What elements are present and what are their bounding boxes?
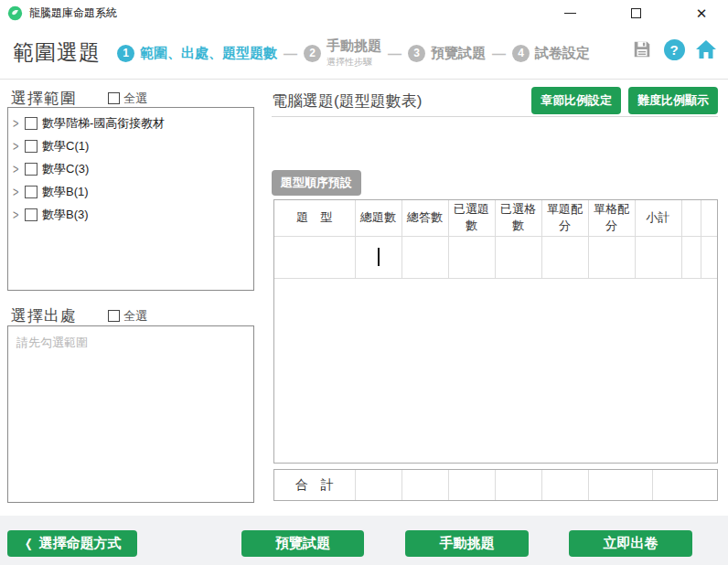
cell-total-questions-input[interactable] — [355, 236, 401, 278]
step-3-number: 3 — [408, 45, 425, 62]
total-cell — [652, 470, 717, 500]
close-icon: ✕ — [696, 6, 708, 20]
step-2-manual-pick[interactable]: 2 手動挑題 選擇性步驟 — [304, 37, 381, 69]
expand-chevron-icon[interactable]: > — [13, 162, 25, 176]
save-button[interactable] — [631, 38, 653, 60]
source-list: 請先勾選範圍 — [7, 325, 254, 503]
expand-chevron-icon[interactable]: > — [13, 185, 25, 199]
step-1-range[interactable]: 1 範圍、出處、題型題數 — [117, 45, 277, 62]
step-4-label: 試卷設定 — [535, 45, 590, 62]
range-select-all-label: 全選 — [123, 91, 147, 107]
tree-item-checkbox[interactable] — [25, 117, 37, 130]
home-button[interactable] — [695, 38, 717, 60]
preview-questions-button[interactable]: 預覽試題 — [241, 530, 364, 557]
step-2-label: 手動挑題 選擇性步驟 — [327, 37, 381, 69]
minimize-button[interactable] — [549, 0, 591, 26]
step-1-label: 範圍、出處、題型題數 — [140, 45, 277, 62]
table-row — [274, 236, 717, 278]
expand-chevron-icon[interactable]: > — [13, 139, 25, 154]
step-2-number: 2 — [304, 45, 321, 62]
chapter-ratio-button[interactable]: 章節比例設定 — [531, 87, 621, 114]
panel-divider — [272, 116, 718, 117]
cell-selected-questions[interactable] — [448, 236, 495, 278]
source-select-all-checkbox[interactable] — [108, 310, 120, 322]
tree-item-checkbox[interactable] — [25, 163, 37, 176]
chevron-left-icon: ❮ — [25, 537, 33, 550]
total-row-table: 合 計 — [273, 469, 718, 501]
manual-pick-button[interactable]: 手動挑題 — [405, 530, 529, 557]
tree-item-math-c1[interactable]: > 數學C(1) — [8, 134, 253, 157]
window-title: 龍騰題庫命題系統 — [29, 5, 117, 21]
difficulty-ratio-button[interactable]: 難度比例顯示 — [628, 87, 718, 114]
app-window: 龍騰題庫命題系統 ✕ 範圍選題 1 範圍、出處、題型題數 — 2 手動挑題 選擇… — [0, 0, 728, 565]
total-cell — [355, 470, 401, 500]
total-cell — [448, 470, 495, 500]
text-cursor — [378, 248, 380, 266]
expand-chevron-icon[interactable]: > — [13, 208, 25, 222]
total-cell — [588, 470, 652, 500]
help-icon: ? — [664, 39, 685, 60]
ratio-buttons: 章節比例設定 難度比例顯示 — [531, 87, 718, 114]
col-selected-questions: 已選題數 — [448, 200, 495, 236]
cell-empty-2 — [701, 236, 717, 278]
range-tree: > 數學階梯-國高銜接教材 > 數學C(1) > 數學C(3) > 數學B(1)… — [7, 107, 254, 291]
cell-total-answers[interactable] — [401, 236, 448, 278]
tree-item-label: 數學B(3) — [42, 207, 89, 223]
tree-item-checkbox[interactable] — [25, 208, 37, 221]
maximize-button[interactable] — [615, 0, 657, 26]
step-dash: — — [492, 46, 506, 61]
cell-points-per-question[interactable] — [541, 236, 588, 278]
step-dash: — — [284, 46, 297, 61]
source-section-title: 選擇出處 — [11, 305, 77, 326]
col-selected-blanks: 已選格數 — [495, 200, 541, 236]
question-order-preset-button[interactable]: 題型順序預設 — [272, 170, 361, 196]
step-3-preview[interactable]: 3 預覽試題 — [408, 45, 486, 62]
generate-paper-button[interactable]: 立即出卷 — [569, 530, 692, 557]
titlebar: 龍騰題庫命題系統 ✕ — [0, 0, 728, 26]
range-select-all-checkbox[interactable] — [108, 92, 120, 104]
col-total-questions: 總題數 — [355, 200, 401, 236]
range-section-header: 選擇範圍 全選 — [11, 88, 147, 109]
step-dash: — — [388, 46, 401, 61]
home-icon — [695, 39, 717, 59]
step-2-sublabel: 選擇性步驟 — [327, 56, 381, 69]
cell-points-per-blank[interactable] — [588, 236, 635, 278]
page-title: 範圍選題 — [13, 38, 101, 67]
expand-chevron-icon[interactable]: > — [13, 116, 25, 131]
help-button[interactable]: ? — [663, 38, 685, 60]
total-row: 合 計 — [274, 470, 717, 500]
total-label: 合 計 — [274, 470, 355, 500]
tree-item-label: 數學C(1) — [42, 138, 89, 155]
source-placeholder: 請先勾選範圍 — [16, 336, 88, 349]
col-empty-1 — [681, 200, 701, 236]
col-question-type: 題 型 — [274, 200, 355, 236]
header: 範圍選題 1 範圍、出處、題型題數 — 2 手動挑題 選擇性步驟 — 3 預覽試… — [0, 26, 728, 80]
total-cell — [541, 470, 588, 500]
tree-item-math-ladder[interactable]: > 數學階梯-國高銜接教材 — [8, 112, 253, 134]
source-select-all[interactable]: 全選 — [108, 308, 147, 325]
tree-item-label: 數學C(3) — [42, 161, 89, 177]
total-cell — [495, 470, 541, 500]
total-cell — [401, 470, 448, 500]
tree-item-math-c3[interactable]: > 數學C(3) — [8, 157, 253, 180]
back-to-method-button[interactable]: ❮ 選擇命題方式 — [7, 530, 137, 557]
close-button[interactable]: ✕ — [680, 0, 723, 26]
app-logo-icon — [7, 5, 23, 21]
tree-item-math-b3[interactable]: > 數學B(3) — [8, 203, 253, 226]
tree-item-math-b1[interactable]: > 數學B(1) — [8, 180, 253, 203]
cell-selected-blanks[interactable] — [495, 236, 541, 278]
tree-item-checkbox[interactable] — [25, 186, 37, 198]
col-empty-2 — [701, 200, 717, 236]
col-points-per-question: 單題配分 — [541, 200, 588, 236]
col-points-per-blank: 單格配分 — [588, 200, 635, 236]
range-select-all[interactable]: 全選 — [108, 91, 147, 107]
step-4-paper-settings[interactable]: 4 試卷設定 — [512, 45, 590, 62]
source-section-header: 選擇出處 全選 — [11, 305, 147, 326]
tree-item-checkbox[interactable] — [25, 140, 37, 153]
question-type-table: 題 型 總題數 總答數 已選題數 已選格數 單題配分 單格配分 小計 — [273, 199, 718, 464]
computer-selection-title: 電腦選題(題型題數表) — [272, 91, 422, 112]
header-icons: ? — [631, 38, 717, 60]
wizard-steps: 1 範圍、出處、題型題數 — 2 手動挑題 選擇性步驟 — 3 預覽試題 — 4… — [117, 33, 590, 73]
tree-item-label: 數學B(1) — [42, 184, 89, 200]
cell-question-type[interactable] — [274, 236, 355, 278]
